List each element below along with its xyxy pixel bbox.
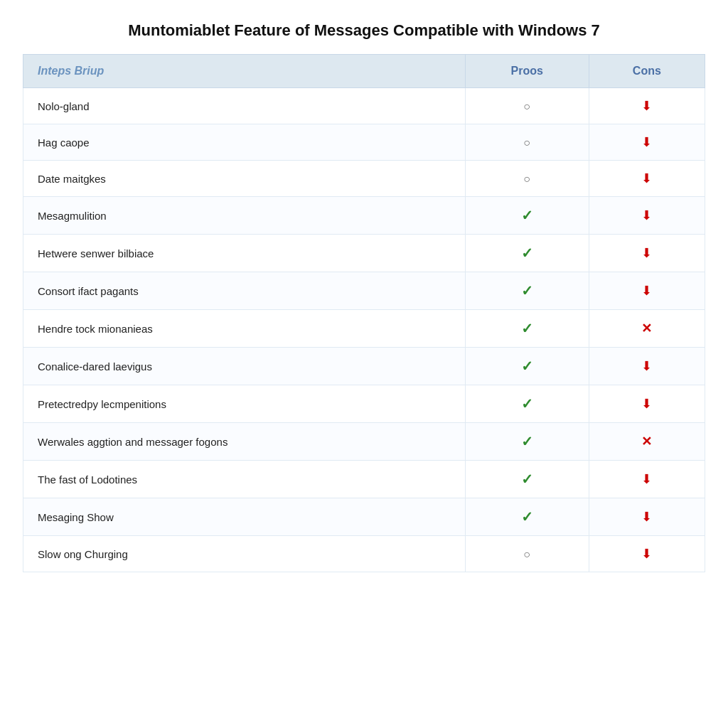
table-body: Nolo-gland○⬇Hag caope○⬇Date maitgkes○⬇Me… [23, 88, 705, 572]
table-row: Nolo-gland○⬇ [23, 88, 705, 124]
table-row: Date maitgkes○⬇ [23, 161, 705, 197]
cons-cell: ⬇ [589, 348, 705, 385]
check-icon: ✓ [521, 321, 533, 336]
arrow-down-icon: ⬇ [641, 359, 652, 373]
cons-cell: ⬇ [589, 197, 705, 235]
table-row: Werwales aggtion and messager fogons✓✕ [23, 423, 705, 461]
page-title: Muntomiablet Feature of Messages Compati… [23, 21, 705, 40]
circle-icon: ○ [523, 173, 530, 185]
arrow-down-icon: ⬇ [641, 99, 652, 113]
check-icon: ✓ [521, 396, 533, 412]
circle-icon: ○ [523, 136, 530, 149]
cons-cell: ⬇ [589, 88, 705, 124]
pros-cell: ✓ [465, 272, 589, 310]
feature-cell: Slow ong Churging [23, 536, 466, 572]
check-icon: ✓ [521, 245, 533, 261]
feature-cell: The fast of Lodotines [23, 461, 466, 498]
pros-cell: ✓ [465, 235, 589, 272]
pros-cell: ✓ [465, 423, 589, 461]
main-container: Muntomiablet Feature of Messages Compati… [23, 21, 705, 572]
pros-cell: ○ [465, 88, 589, 124]
table-row: Hetwere senwer bilbiace✓⬇ [23, 235, 705, 272]
feature-cell: Conalice-dared laevigus [23, 348, 466, 385]
feature-cell: Hendre tock mionanieas [23, 310, 466, 348]
feature-cell: Mesaging Show [23, 498, 466, 536]
cons-cell: ⬇ [589, 536, 705, 572]
feature-cell: Hag caope [23, 124, 466, 161]
check-icon: ✓ [521, 434, 533, 449]
feature-cell: Consort ifact pagants [23, 272, 466, 310]
cons-cell: ✕ [589, 423, 705, 461]
x-icon: ✕ [641, 434, 652, 449]
pros-cell: ✓ [465, 310, 589, 348]
table-row: Hendre tock mionanieas✓✕ [23, 310, 705, 348]
arrow-down-icon: ⬇ [641, 284, 652, 298]
header-row: Inteps Briup Proos Cons [23, 55, 705, 88]
table-row: Hag caope○⬇ [23, 124, 705, 161]
feature-cell: Pretectredpy lecmpenitions [23, 385, 466, 423]
header-pros: Proos [465, 55, 589, 88]
table-header: Inteps Briup Proos Cons [23, 55, 705, 88]
header-feature: Inteps Briup [23, 55, 466, 88]
check-icon: ✓ [521, 471, 533, 487]
table-row: Mesaging Show✓⬇ [23, 498, 705, 536]
feature-cell: Hetwere senwer bilbiace [23, 235, 466, 272]
feature-cell: Date maitgkes [23, 161, 466, 197]
arrow-down-icon: ⬇ [641, 208, 652, 223]
arrow-down-icon: ⬇ [641, 472, 652, 486]
cons-cell: ⬇ [589, 124, 705, 161]
circle-icon: ○ [523, 548, 530, 560]
table-row: Consort ifact pagants✓⬇ [23, 272, 705, 310]
arrow-down-icon: ⬇ [641, 397, 652, 411]
cons-cell: ⬇ [589, 272, 705, 310]
pros-cell: ○ [465, 161, 589, 197]
x-icon: ✕ [641, 321, 652, 336]
feature-cell: Werwales aggtion and messager fogons [23, 423, 466, 461]
arrow-down-icon: ⬇ [641, 246, 652, 260]
cons-cell: ⬇ [589, 161, 705, 197]
feature-cell: Mesagmulition [23, 197, 466, 235]
pros-cell: ✓ [465, 197, 589, 235]
pros-cell: ○ [465, 536, 589, 572]
pros-cell: ✓ [465, 385, 589, 423]
cons-cell: ⬇ [589, 385, 705, 423]
pros-cell: ✓ [465, 348, 589, 385]
arrow-down-icon: ⬇ [641, 510, 652, 524]
arrow-down-icon: ⬇ [641, 135, 652, 149]
header-cons: Cons [589, 55, 705, 88]
check-icon: ✓ [521, 208, 533, 223]
cons-cell: ⬇ [589, 498, 705, 536]
table-row: Mesagmulition✓⬇ [23, 197, 705, 235]
table-row: Slow ong Churging○⬇ [23, 536, 705, 572]
check-icon: ✓ [521, 509, 533, 525]
table-row: The fast of Lodotines✓⬇ [23, 461, 705, 498]
pros-cell: ✓ [465, 498, 589, 536]
table-row: Conalice-dared laevigus✓⬇ [23, 348, 705, 385]
cons-cell: ⬇ [589, 235, 705, 272]
cons-cell: ⬇ [589, 461, 705, 498]
arrow-down-icon: ⬇ [641, 171, 652, 186]
comparison-table: Inteps Briup Proos Cons Nolo-gland○⬇Hag … [23, 54, 705, 572]
arrow-down-icon: ⬇ [641, 547, 652, 561]
feature-cell: Nolo-gland [23, 88, 466, 124]
circle-icon: ○ [523, 100, 530, 112]
pros-cell: ✓ [465, 461, 589, 498]
pros-cell: ○ [465, 124, 589, 161]
check-icon: ✓ [521, 358, 533, 374]
cons-cell: ✕ [589, 310, 705, 348]
table-row: Pretectredpy lecmpenitions✓⬇ [23, 385, 705, 423]
check-icon: ✓ [521, 283, 533, 299]
